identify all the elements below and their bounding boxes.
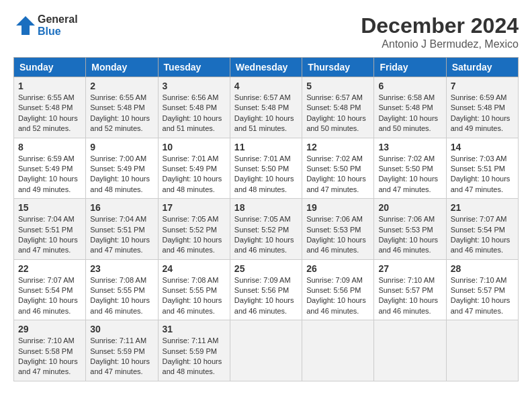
week-row-5: 29Sunrise: 7:10 AMSunset: 5:58 PMDayligh… <box>14 320 519 381</box>
day-cell: 23Sunrise: 7:08 AMSunset: 5:55 PMDayligh… <box>86 259 158 320</box>
day-info: Sunrise: 6:59 AMSunset: 5:48 PMDaylight:… <box>451 93 514 134</box>
day-info: Sunrise: 7:02 AMSunset: 5:50 PMDaylight:… <box>378 154 441 195</box>
header-thursday: Thursday <box>302 58 374 77</box>
header-monday: Monday <box>86 58 158 77</box>
day-info: Sunrise: 7:09 AMSunset: 5:56 PMDaylight:… <box>234 275 298 317</box>
day-number: 28 <box>451 263 514 274</box>
day-cell <box>446 320 518 381</box>
day-info: Sunrise: 7:08 AMSunset: 5:55 PMDaylight:… <box>163 275 226 317</box>
day-number: 1 <box>18 81 81 91</box>
day-number: 18 <box>234 202 298 213</box>
calendar-table: SundayMondayTuesdayWednesdayThursdayFrid… <box>13 57 519 381</box>
day-number: 9 <box>90 142 153 152</box>
title-block: December 2024 Antonio J Bermudez, Mexico <box>361 13 519 50</box>
day-cell: 16Sunrise: 7:04 AMSunset: 5:51 PMDayligh… <box>86 199 158 260</box>
day-number: 15 <box>18 202 81 213</box>
day-info: Sunrise: 7:05 AMSunset: 5:52 PMDaylight:… <box>234 214 298 256</box>
day-info: Sunrise: 7:09 AMSunset: 5:56 PMDaylight:… <box>306 275 369 317</box>
header-saturday: Saturday <box>446 58 518 77</box>
day-info: Sunrise: 7:07 AMSunset: 5:54 PMDaylight:… <box>18 275 81 317</box>
day-cell: 7Sunrise: 6:59 AMSunset: 5:48 PMDaylight… <box>446 77 518 138</box>
week-row-1: 1Sunrise: 6:55 AMSunset: 5:48 PMDaylight… <box>14 77 519 138</box>
day-info: Sunrise: 7:06 AMSunset: 5:53 PMDaylight:… <box>306 214 369 256</box>
day-cell: 11Sunrise: 7:01 AMSunset: 5:50 PMDayligh… <box>230 138 302 199</box>
header-sunday: Sunday <box>14 58 86 77</box>
day-cell: 8Sunrise: 6:59 AMSunset: 5:49 PMDaylight… <box>14 138 86 199</box>
day-cell: 24Sunrise: 7:08 AMSunset: 5:55 PMDayligh… <box>158 259 230 320</box>
day-info: Sunrise: 6:56 AMSunset: 5:48 PMDaylight:… <box>163 93 226 134</box>
day-cell: 25Sunrise: 7:09 AMSunset: 5:56 PMDayligh… <box>230 259 302 320</box>
day-number: 11 <box>234 142 298 152</box>
day-info: Sunrise: 7:11 AMSunset: 5:59 PMDaylight:… <box>90 336 153 377</box>
day-info: Sunrise: 7:03 AMSunset: 5:51 PMDaylight:… <box>451 154 514 195</box>
day-info: Sunrise: 6:55 AMSunset: 5:48 PMDaylight:… <box>18 93 81 134</box>
day-cell <box>302 320 374 381</box>
day-number: 31 <box>163 324 226 334</box>
day-info: Sunrise: 7:08 AMSunset: 5:55 PMDaylight:… <box>90 275 153 317</box>
day-cell: 5Sunrise: 6:57 AMSunset: 5:48 PMDaylight… <box>302 77 374 138</box>
day-number: 25 <box>234 263 298 274</box>
day-cell: 12Sunrise: 7:02 AMSunset: 5:50 PMDayligh… <box>302 138 374 199</box>
header-tuesday: Tuesday <box>158 58 230 77</box>
day-number: 7 <box>451 81 514 91</box>
month-title: December 2024 <box>361 13 519 38</box>
day-cell: 13Sunrise: 7:02 AMSunset: 5:50 PMDayligh… <box>374 138 446 199</box>
day-number: 3 <box>163 81 226 91</box>
day-info: Sunrise: 7:10 AMSunset: 5:57 PMDaylight:… <box>378 275 441 317</box>
week-row-4: 22Sunrise: 7:07 AMSunset: 5:54 PMDayligh… <box>14 259 519 320</box>
day-cell: 19Sunrise: 7:06 AMSunset: 5:53 PMDayligh… <box>302 199 374 260</box>
day-cell: 2Sunrise: 6:55 AMSunset: 5:48 PMDaylight… <box>86 77 158 138</box>
day-number: 26 <box>306 263 369 274</box>
page-header: GeneralBlue December 2024 Antonio J Berm… <box>13 13 519 50</box>
day-cell: 10Sunrise: 7:01 AMSunset: 5:49 PMDayligh… <box>158 138 230 199</box>
day-info: Sunrise: 6:57 AMSunset: 5:48 PMDaylight:… <box>306 93 369 134</box>
week-row-3: 15Sunrise: 7:04 AMSunset: 5:51 PMDayligh… <box>14 199 519 260</box>
logo: GeneralBlue <box>13 13 78 38</box>
day-info: Sunrise: 7:04 AMSunset: 5:51 PMDaylight:… <box>18 214 81 256</box>
day-cell: 31Sunrise: 7:11 AMSunset: 5:59 PMDayligh… <box>158 320 230 381</box>
week-row-2: 8Sunrise: 6:59 AMSunset: 5:49 PMDaylight… <box>14 138 519 199</box>
day-number: 8 <box>18 142 81 152</box>
day-info: Sunrise: 6:55 AMSunset: 5:48 PMDaylight:… <box>90 93 153 134</box>
day-number: 21 <box>451 202 514 213</box>
day-number: 22 <box>18 263 81 274</box>
day-cell: 18Sunrise: 7:05 AMSunset: 5:52 PMDayligh… <box>230 199 302 260</box>
day-cell: 22Sunrise: 7:07 AMSunset: 5:54 PMDayligh… <box>14 259 86 320</box>
day-cell: 15Sunrise: 7:04 AMSunset: 5:51 PMDayligh… <box>14 199 86 260</box>
day-info: Sunrise: 7:06 AMSunset: 5:53 PMDaylight:… <box>378 214 441 256</box>
header-wednesday: Wednesday <box>230 58 302 77</box>
day-cell: 30Sunrise: 7:11 AMSunset: 5:59 PMDayligh… <box>86 320 158 381</box>
day-cell: 14Sunrise: 7:03 AMSunset: 5:51 PMDayligh… <box>446 138 518 199</box>
day-number: 2 <box>90 81 153 91</box>
day-cell: 1Sunrise: 6:55 AMSunset: 5:48 PMDaylight… <box>14 77 86 138</box>
day-cell: 26Sunrise: 7:09 AMSunset: 5:56 PMDayligh… <box>302 259 374 320</box>
day-cell: 17Sunrise: 7:05 AMSunset: 5:52 PMDayligh… <box>158 199 230 260</box>
logo-icon <box>13 13 38 38</box>
location: Antonio J Bermudez, Mexico <box>361 38 519 50</box>
day-info: Sunrise: 7:01 AMSunset: 5:49 PMDaylight:… <box>163 154 226 195</box>
day-number: 4 <box>234 81 298 91</box>
day-cell: 4Sunrise: 6:57 AMSunset: 5:48 PMDaylight… <box>230 77 302 138</box>
header-row: SundayMondayTuesdayWednesdayThursdayFrid… <box>14 58 519 77</box>
day-number: 6 <box>378 81 441 91</box>
day-number: 29 <box>18 324 81 334</box>
day-number: 24 <box>163 263 226 274</box>
logo-text: GeneralBlue <box>38 13 78 38</box>
day-cell <box>230 320 302 381</box>
day-number: 20 <box>378 202 441 213</box>
day-number: 10 <box>163 142 226 152</box>
day-info: Sunrise: 7:02 AMSunset: 5:50 PMDaylight:… <box>306 154 369 195</box>
day-info: Sunrise: 6:58 AMSunset: 5:48 PMDaylight:… <box>378 93 441 134</box>
day-number: 23 <box>90 263 153 274</box>
day-info: Sunrise: 7:01 AMSunset: 5:50 PMDaylight:… <box>234 154 298 195</box>
day-info: Sunrise: 7:10 AMSunset: 5:57 PMDaylight:… <box>451 275 514 317</box>
day-info: Sunrise: 7:10 AMSunset: 5:58 PMDaylight:… <box>18 336 81 377</box>
day-cell <box>374 320 446 381</box>
day-info: Sunrise: 6:59 AMSunset: 5:49 PMDaylight:… <box>18 154 81 195</box>
header-friday: Friday <box>374 58 446 77</box>
day-info: Sunrise: 7:11 AMSunset: 5:59 PMDaylight:… <box>163 336 226 377</box>
day-cell: 28Sunrise: 7:10 AMSunset: 5:57 PMDayligh… <box>446 259 518 320</box>
day-cell: 29Sunrise: 7:10 AMSunset: 5:58 PMDayligh… <box>14 320 86 381</box>
day-number: 17 <box>163 202 226 213</box>
day-number: 16 <box>90 202 153 213</box>
